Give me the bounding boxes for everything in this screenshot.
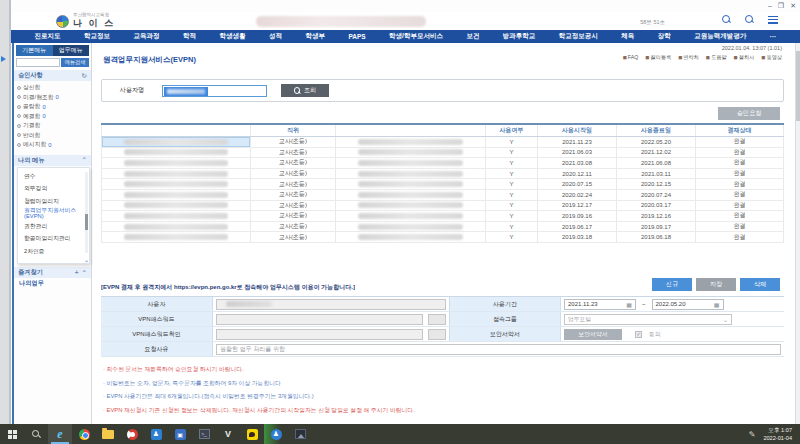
vpn-password-confirm-input[interactable] [216,329,423,340]
query-button[interactable]: 조회 [281,84,329,97]
zoom-out-icon[interactable] [745,15,754,24]
neis-logo[interactable]: 부산광역시교육청 나 이 스 [56,12,115,30]
calendar-icon[interactable]: ▦ [626,301,632,308]
nav-menu-item[interactable]: 학적 [183,32,196,41]
vpn-password-input[interactable] [216,314,423,325]
table-row[interactable]: 교사(초등) Y 2019.03.18 2019.06.18 완결 [101,232,784,243]
my-menu-item[interactable]: 2차인증 [18,245,89,258]
zoom-in-icon[interactable] [722,15,731,24]
quick-link[interactable]: ◼도움말 [706,54,727,61]
v-app-icon[interactable]: V [216,424,240,444]
messenger-app-icon[interactable]: ♟ [144,424,168,444]
quick-link[interactable]: ◼FAQ [623,54,639,61]
approval-item[interactable]: 기결함 [17,121,88,131]
photo-viewer-icon[interactable] [288,424,312,444]
nav-menu-item[interactable]: 방과후학교 [503,32,536,41]
access-group-select[interactable]: 업무포털 ⌄ [564,314,732,325]
nav-menu-item[interactable]: 교육과정 [133,32,159,41]
my-menu-item[interactable]: 외부강의 [18,182,89,195]
table-row[interactable]: 교사(초등) Y 2019.06.17 2019.09.17 완결 [101,222,784,233]
taskbar-search-icon[interactable] [24,424,48,444]
table-row[interactable]: 교사(초등) Y 2021.03.08 2021.06.08 완결 [101,158,784,169]
table-row[interactable]: 교사(초등) Y 2020.12.11 2021.03.11 완결 [101,169,784,180]
pen-input-icon[interactable]: ✎ [749,430,756,439]
restore-button[interactable]: ❐ [778,2,784,10]
sidebar-item-my-work[interactable]: 나의업무 [14,278,91,289]
menu-search-input[interactable] [16,58,60,67]
nav-menu-item[interactable]: 진로지도 [34,32,60,41]
sidebar-tab-basic[interactable]: 기본메뉴 [16,45,53,56]
my-menu-scrollbar[interactable] [85,172,88,254]
period-end-input[interactable]: 2022.05.20 ▦ [652,299,724,310]
scroll-down-icon[interactable]: ⌄ [84,257,89,263]
table-row[interactable]: 교사(초등) Y 2020.07.15 2020.12.15 완결 [101,179,784,190]
sidebar-tab-work[interactable]: 업무메뉴 [53,45,90,56]
approval-request-button[interactable]: 승인요청 [718,107,780,120]
nav-menu-item[interactable]: ··· [770,33,777,40]
cloud-folder-icon[interactable]: ▣ [168,424,192,444]
table-row[interactable]: 교사(초등) Y 2019.09.16 2019.12.16 완결 [101,211,784,222]
hancom-office-icon[interactable] [120,424,144,444]
username-input[interactable] [162,85,267,97]
file-explorer-icon[interactable] [96,424,120,444]
collapse-icon[interactable]: ⌃ [82,269,87,277]
vpn-client-icon[interactable]: ♟ [264,424,288,444]
table-row[interactable]: 교사(초등) Y 2021.11.23 2022.05.20 완결 [101,137,784,148]
chrome-icon[interactable] [72,424,96,444]
nav-menu-item[interactable]: 체육 [621,32,634,41]
nav-menu-item[interactable]: PAPS [348,33,365,40]
favorites-section-header[interactable]: 즐겨찾기 +⌃ [14,267,91,278]
quick-link[interactable]: ◼질의등록 [645,54,671,61]
nav-menu-item[interactable]: 학생생활 [219,32,245,41]
menu-search-button[interactable]: 메뉴검색 [61,58,89,67]
security-pledge-button[interactable]: 보안서약서 [564,329,622,340]
nav-menu-item[interactable]: 학교정보 [84,32,110,41]
my-menu-item[interactable]: 항공마일리지관리 [18,232,89,245]
collapse-icon[interactable]: ⌃ [82,156,87,164]
nav-menu-item[interactable]: 보건 [466,32,479,41]
add-favorite-icon[interactable]: + [75,269,79,277]
quick-link[interactable]: ◼동영상 [761,54,782,61]
save-button[interactable]: 저장 [696,278,736,291]
calendar-icon[interactable]: ▦ [714,301,720,308]
agree-checkbox[interactable]: ✓ [635,331,642,338]
approval-item[interactable]: 미결/협조함 0 [17,93,88,103]
approval-item[interactable]: 공람함 0 [17,102,88,112]
approval-section-header[interactable]: 승인사항 ↻ [14,70,91,81]
approval-item[interactable]: 상신함 [17,83,88,93]
period-start-input[interactable]: 2021.11.23 ▦ [564,299,636,310]
nav-menu-item[interactable]: 성적 [269,32,282,41]
internet-explorer-icon[interactable]: e [48,424,72,444]
my-menu-item[interactable]: 원격업무지원서비스(EVPN) [18,207,89,220]
table-row[interactable]: 교사(초등) Y 2019.12.17 2020.03.17 완결 [101,201,784,212]
nav-menu-item[interactable]: 학교정보공시 [559,32,598,41]
nav-menu-item[interactable]: 학생부 [305,32,325,41]
my-menu-item[interactable]: 청렴마일리지 [18,195,89,208]
start-button[interactable] [0,424,24,444]
my-menu-item[interactable]: 연수 [18,170,89,183]
approval-item[interactable]: 반려함 [17,131,88,141]
new-button[interactable]: 신규 [652,278,692,291]
terminal-icon[interactable]: >_ [192,424,216,444]
refresh-icon[interactable]: ↻ [82,72,87,80]
my-menu-item[interactable]: 권한관리 [18,220,89,233]
quick-link[interactable]: ◼연락처 [678,54,699,61]
reason-input[interactable]: 원활한 업무 처리를 위함 [216,344,781,355]
table-row[interactable]: 교사(초등) Y 2021.06.03 2021.12.02 완결 [101,148,784,159]
close-button[interactable]: ✕ [790,2,796,10]
minimize-button[interactable]: – [768,2,772,10]
approval-item[interactable]: 메시지함 0 [17,140,88,150]
nav-menu-item[interactable]: 장학 [658,32,671,41]
nav-menu-item[interactable]: 학생/학부모서비스 [389,32,443,41]
window-scrollbar[interactable] [795,43,800,424]
back-arrow-icon[interactable] [1,56,6,62]
nav-menu-item[interactable]: 교원능력개발평가 [694,32,746,41]
menu-hamburger-icon[interactable] [768,16,778,24]
my-menu-section-header[interactable]: 나의 메뉴 ⌃ [14,155,91,166]
quick-link[interactable]: ◼절차서 [734,54,755,61]
approval-item[interactable]: 예결함 0 [17,112,88,122]
taskbar-clock[interactable]: 오후 1:07 2022-01-04 [763,426,792,443]
table-row[interactable]: 교사(초등) Y 2020.02.24 2020.07.24 완결 [101,190,784,201]
kakaotalk-icon[interactable] [240,424,264,444]
delete-button[interactable]: 삭제 [740,278,780,291]
